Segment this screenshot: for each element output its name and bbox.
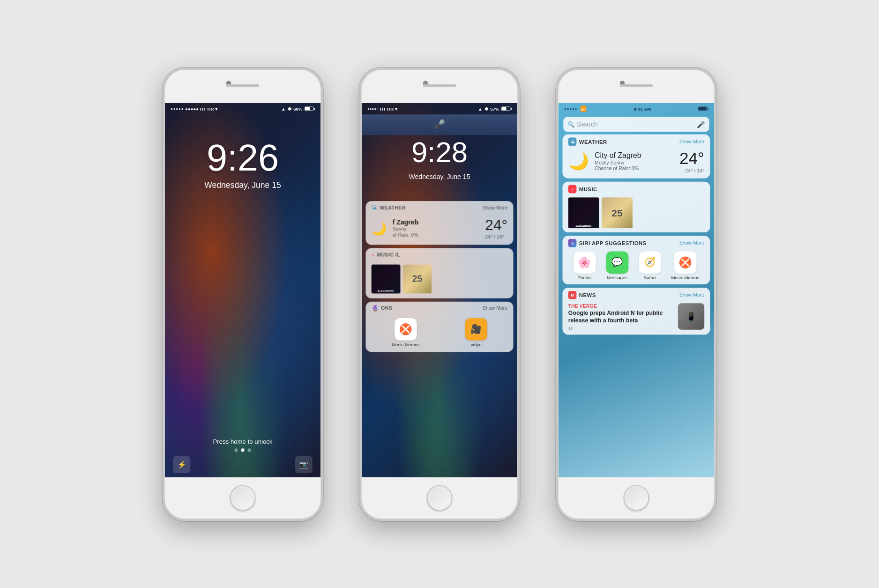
weather-widget-title: WEATHER [380, 205, 406, 210]
news-icon-glyph-3: N [571, 292, 574, 297]
iphone-bottom-2 [362, 477, 518, 518]
music-widget-2: ♪ MUSIC IL ALEJANDRO 25 [365, 248, 513, 298]
siri-app-label-vidyo: vidyo [471, 342, 482, 347]
iphone-top-2 [362, 70, 518, 103]
dot-3 [248, 448, 251, 452]
status-right-1: ▲ ✱ 60% [281, 106, 315, 111]
siri-widget-3: S SIRI APP SUGGESTIONS Show More 🌸 Ph [562, 236, 710, 284]
siri3-app-photos[interactable]: 🌸 Photos [574, 251, 596, 280]
lock-screen-time: 9:26 [207, 139, 279, 176]
weather-temp-3: 24° [679, 149, 704, 168]
weather-rain-3: Chance of Rain: 0% [595, 165, 679, 171]
siri3-app-safari[interactable]: 🧭 Safari [639, 251, 661, 280]
carrier-signal-3: ●●●●● 📶 [564, 105, 587, 112]
location-icon: ▲ [281, 106, 286, 111]
music-content-2: ALEJANDRO 25 [365, 261, 513, 298]
weather-left-3: 🌤 WEATHER [568, 137, 607, 146]
music-header-2: ♪ MUSIC IL [365, 248, 513, 261]
music-left-3: ♪ MUSIC [568, 185, 597, 193]
weather-moon-3: 🌙 [568, 151, 589, 171]
siri-icon-2: 🔮 [372, 305, 379, 311]
iphone-top-3 [559, 70, 715, 103]
speaker-3 [620, 84, 653, 87]
news-widget-header-3: N NEWS Show More [562, 287, 710, 300]
lock-screen-date: Wednesday, June 15 [204, 180, 281, 190]
news-headline-3: Google preps Android N for public releas… [568, 309, 674, 324]
weather-city-2: f Zagreb [393, 218, 479, 226]
siri-show-more-3[interactable]: Show More [679, 240, 704, 246]
wifi-3: 📶 [580, 105, 587, 112]
camera-icon-box[interactable]: 📷 [295, 455, 313, 473]
music-widget-3: ♪ MUSIC ALEJANDRO 25 [562, 181, 710, 232]
weather-widget-icon: 🌤 [372, 204, 377, 211]
siri-mic-icon[interactable]: 🎤 [434, 119, 445, 130]
music-memos-app-icon-3 [674, 251, 697, 274]
siri-show-more-2[interactable]: Show More [483, 305, 507, 311]
status-right-2: ▲ ✱ 57% [478, 106, 512, 111]
signal-2: ●●●●○ [367, 106, 379, 111]
album-1-label-3: ALEJANDRO [568, 224, 599, 227]
home-button-3[interactable] [624, 485, 649, 511]
search-bar[interactable]: 🔍 Search 🎤 [563, 117, 709, 132]
phone2-lock-time: 9:28 [411, 136, 468, 169]
iphone-bottom-3 [559, 477, 715, 518]
album-dark-3: ALEJANDRO [568, 197, 599, 228]
siri-left-3: S SIRI APP SUGGESTIONS [568, 239, 647, 247]
album-art-light: 25 [403, 264, 432, 293]
today-view-background: ●●●●● 📶 9:41 AM 🔍 Search 🎤 [559, 103, 715, 477]
dot-1 [234, 448, 238, 452]
signal-icon: ●●●●● [171, 106, 184, 111]
battery-3 [698, 106, 708, 111]
photos-app-icon: 🌸 [574, 251, 596, 274]
weather-show-more-3[interactable]: Show More [679, 139, 704, 144]
news-show-more-3[interactable]: Show More [679, 292, 704, 298]
weather-show-more[interactable]: Show More [483, 205, 507, 210]
flashlight-icon-box[interactable]: ⚡ [173, 455, 190, 473]
bluetooth-2: ✱ [484, 106, 488, 111]
siri3-app-label-safari: Safari [644, 275, 656, 280]
status-bar-3: ●●●●● 📶 9:41 AM [559, 103, 715, 114]
music-widget-title: MUSIC IL [377, 252, 400, 257]
siri3-app-music-memos[interactable]: Music Memos [671, 251, 699, 280]
search-placeholder: Search [577, 120, 694, 128]
status-bar-2: ●●●●○ HT HR ▾ ▲ ✱ 57% [362, 103, 518, 114]
weather-range-3: 24° / 14° [679, 167, 704, 173]
music-app-icon-3: ♪ [568, 185, 577, 193]
siri-app-label-mm: Music Memos [392, 342, 420, 347]
weather-icon-glyph-3: 🌤 [570, 139, 575, 144]
siri-title-2: ONS [381, 305, 392, 311]
vidyo-app-icon: 🎥 [465, 318, 488, 341]
flashlight-icon: ⚡ [177, 460, 186, 469]
music-widget-icon: ♪ [372, 251, 374, 258]
weather-desc-2: Sunny [393, 226, 479, 231]
weather-desc-3: Mostly Sunny [595, 160, 679, 165]
siri3-app-label-mm: Music Memos [671, 275, 699, 280]
siri-app-music-memos[interactable]: Music Memos [392, 318, 420, 347]
siri3-app-label-messages: Messages [607, 275, 627, 280]
battery-2 [501, 106, 512, 111]
weather-widget-2: 🌤 WEATHER Show More 🌙 f Zagreb Sunny of … [365, 201, 513, 245]
search-mic-icon[interactable]: 🎤 [697, 120, 705, 128]
signal-3: ●●●●● [564, 106, 577, 111]
safari-app-icon: 🧭 [639, 251, 661, 274]
album-1: ALEJANDRO [372, 264, 401, 293]
siri-app-icon-3: S [568, 239, 577, 247]
music-widget-title-3: MUSIC [579, 186, 597, 192]
weather-temp-area-3: 24° 24° / 14° [679, 149, 704, 173]
album-light-3: 25 [602, 197, 633, 228]
home-button-2[interactable] [427, 485, 453, 511]
music-memos-svg-3 [678, 254, 693, 270]
music-widget-header-3: ♪ MUSIC [562, 181, 710, 194]
iphone-top-1 [165, 70, 321, 103]
news-thumb-phone-icon: 📱 [686, 311, 696, 321]
siri3-app-messages[interactable]: 💬 Messages [606, 251, 628, 280]
weather-moon-icon: 🌙 [372, 221, 387, 235]
home-button-1[interactable] [230, 485, 256, 511]
vidyo-icon-glyph: 🎥 [470, 324, 482, 335]
photos-icon-glyph: 🌸 [578, 256, 591, 268]
siri-app-vidyo[interactable]: 🎥 vidyo [465, 318, 488, 347]
weather-city-3: City of Zagreb [595, 151, 679, 159]
lockscreen-background: ●●●●● ●●●●● HT HR ▾ ▲ ✱ 60% [165, 103, 321, 477]
carrier-signal-2: ●●●●○ HT HR ▾ [367, 106, 397, 111]
carrier-name: ●●●●● HT HR [185, 106, 214, 111]
